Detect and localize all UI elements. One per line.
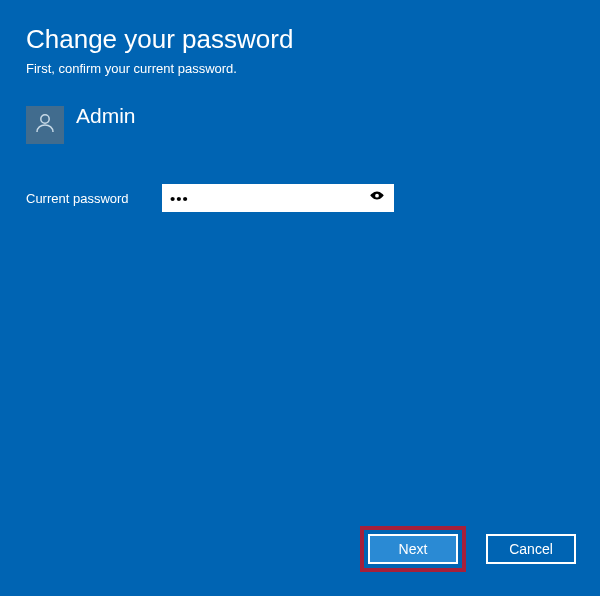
eye-icon xyxy=(368,187,386,209)
page-title: Change your password xyxy=(26,24,574,55)
person-icon xyxy=(33,111,57,139)
current-password-row: Current password xyxy=(26,184,574,212)
next-button-highlight: Next xyxy=(360,526,466,572)
cancel-button[interactable]: Cancel xyxy=(486,534,576,564)
password-input-wrap xyxy=(162,184,394,212)
reveal-password-button[interactable] xyxy=(362,184,392,212)
avatar xyxy=(26,106,64,144)
current-password-input[interactable] xyxy=(162,184,394,212)
svg-point-0 xyxy=(41,115,49,123)
page-subtitle: First, confirm your current password. xyxy=(26,61,574,76)
username-label: Admin xyxy=(76,104,136,128)
footer-buttons: Next Cancel xyxy=(360,526,576,572)
next-button[interactable]: Next xyxy=(368,534,458,564)
current-password-label: Current password xyxy=(26,191,144,206)
user-info: Admin xyxy=(26,104,574,144)
